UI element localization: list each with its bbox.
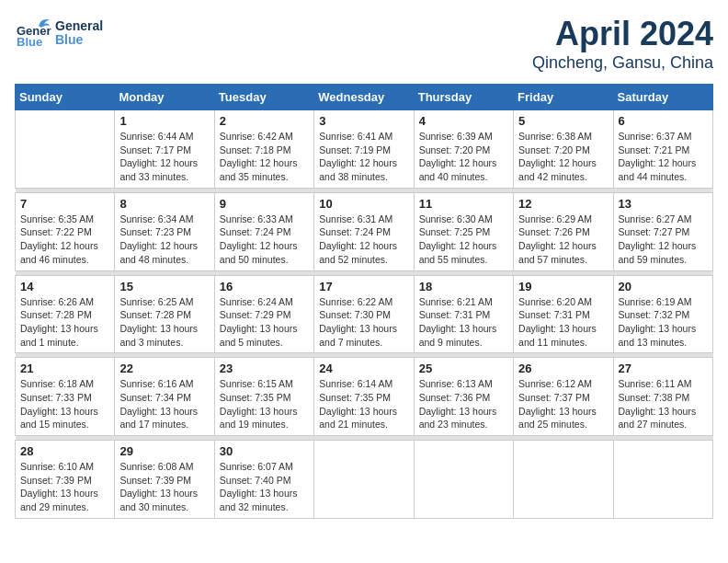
day-number: 12 xyxy=(518,197,608,211)
day-number: 4 xyxy=(419,114,508,128)
day-cell: 17Sunrise: 6:22 AM Sunset: 7:30 PM Dayli… xyxy=(314,275,414,353)
day-info: Sunrise: 6:18 AM Sunset: 7:33 PM Dayligh… xyxy=(20,377,109,431)
day-info: Sunrise: 6:11 AM Sunset: 7:38 PM Dayligh… xyxy=(619,377,708,431)
weekday-header: Monday xyxy=(115,85,214,110)
title-block: April 2024 Qincheng, Gansu, China xyxy=(532,15,713,73)
day-number: 25 xyxy=(419,362,508,375)
day-info: Sunrise: 6:12 AM Sunset: 7:37 PM Dayligh… xyxy=(518,377,608,431)
day-cell: 6Sunrise: 6:37 AM Sunset: 7:21 PM Daylig… xyxy=(613,110,712,189)
calendar-table: SundayMondayTuesdayWednesdayThursdayFrid… xyxy=(15,84,713,519)
day-info: Sunrise: 6:34 AM Sunset: 7:23 PM Dayligh… xyxy=(119,213,209,267)
week-row: 14Sunrise: 6:26 AM Sunset: 7:28 PM Dayli… xyxy=(16,275,713,353)
day-cell: 9Sunrise: 6:33 AM Sunset: 7:24 PM Daylig… xyxy=(214,192,313,270)
day-number: 18 xyxy=(419,280,508,293)
day-cell: 21Sunrise: 6:18 AM Sunset: 7:33 PM Dayli… xyxy=(16,358,115,436)
calendar-title: April 2024 xyxy=(532,15,713,53)
day-cell: 27Sunrise: 6:11 AM Sunset: 7:38 PM Dayli… xyxy=(613,358,712,436)
day-info: Sunrise: 6:13 AM Sunset: 7:36 PM Dayligh… xyxy=(419,377,508,431)
day-number: 8 xyxy=(119,197,209,211)
weekday-header: Friday xyxy=(514,85,613,110)
day-info: Sunrise: 6:31 AM Sunset: 7:24 PM Dayligh… xyxy=(319,213,408,267)
day-info: Sunrise: 6:21 AM Sunset: 7:31 PM Dayligh… xyxy=(419,295,508,350)
day-number: 6 xyxy=(619,114,708,128)
day-number: 22 xyxy=(119,362,209,375)
day-cell: 5Sunrise: 6:38 AM Sunset: 7:20 PM Daylig… xyxy=(514,110,613,189)
day-number: 16 xyxy=(220,280,309,293)
day-cell: 3Sunrise: 6:41 AM Sunset: 7:19 PM Daylig… xyxy=(314,110,414,189)
day-cell: 26Sunrise: 6:12 AM Sunset: 7:37 PM Dayli… xyxy=(514,358,613,436)
day-number: 23 xyxy=(220,362,309,375)
day-number: 14 xyxy=(20,280,109,293)
day-number: 30 xyxy=(220,444,309,458)
page-header: General Blue General Blue April 2024 Qin… xyxy=(15,15,713,73)
day-cell: 8Sunrise: 6:34 AM Sunset: 7:23 PM Daylig… xyxy=(115,192,214,270)
weekday-header: Thursday xyxy=(414,85,513,110)
day-info: Sunrise: 6:26 AM Sunset: 7:28 PM Dayligh… xyxy=(20,295,109,350)
day-cell: 23Sunrise: 6:15 AM Sunset: 7:35 PM Dayli… xyxy=(214,358,313,436)
day-info: Sunrise: 6:08 AM Sunset: 7:39 PM Dayligh… xyxy=(119,460,209,514)
day-cell: 29Sunrise: 6:08 AM Sunset: 7:39 PM Dayli… xyxy=(115,441,214,519)
calendar-subtitle: Qincheng, Gansu, China xyxy=(532,53,713,73)
day-number: 24 xyxy=(319,362,408,375)
day-cell: 13Sunrise: 6:27 AM Sunset: 7:27 PM Dayli… xyxy=(613,192,712,270)
day-info: Sunrise: 6:15 AM Sunset: 7:35 PM Dayligh… xyxy=(220,377,309,431)
day-info: Sunrise: 6:25 AM Sunset: 7:28 PM Dayligh… xyxy=(119,295,209,350)
day-cell: 30Sunrise: 6:07 AM Sunset: 7:40 PM Dayli… xyxy=(214,441,313,519)
day-info: Sunrise: 6:27 AM Sunset: 7:27 PM Dayligh… xyxy=(619,213,708,267)
day-number: 19 xyxy=(518,280,608,293)
day-cell: 10Sunrise: 6:31 AM Sunset: 7:24 PM Dayli… xyxy=(314,192,414,270)
day-cell: 16Sunrise: 6:24 AM Sunset: 7:29 PM Dayli… xyxy=(214,275,313,353)
day-number: 7 xyxy=(20,197,109,211)
logo-general-text: General xyxy=(55,19,103,33)
weekday-header: Wednesday xyxy=(314,85,414,110)
day-cell: 2Sunrise: 6:42 AM Sunset: 7:18 PM Daylig… xyxy=(214,110,313,189)
day-number: 17 xyxy=(319,280,408,293)
day-number: 2 xyxy=(220,114,309,128)
day-cell: 14Sunrise: 6:26 AM Sunset: 7:28 PM Dayli… xyxy=(16,275,115,353)
week-row: 7Sunrise: 6:35 AM Sunset: 7:22 PM Daylig… xyxy=(16,192,713,270)
day-info: Sunrise: 6:38 AM Sunset: 7:20 PM Dayligh… xyxy=(518,130,608,184)
weekday-header-row: SundayMondayTuesdayWednesdayThursdayFrid… xyxy=(16,85,713,110)
weekday-header: Saturday xyxy=(613,85,712,110)
day-number: 3 xyxy=(319,114,408,128)
day-number: 10 xyxy=(319,197,408,211)
logo-blue-text: Blue xyxy=(55,33,103,47)
week-row: 21Sunrise: 6:18 AM Sunset: 7:33 PM Dayli… xyxy=(16,358,713,436)
day-cell: 15Sunrise: 6:25 AM Sunset: 7:28 PM Dayli… xyxy=(115,275,214,353)
day-number: 29 xyxy=(119,444,209,458)
day-number: 26 xyxy=(518,362,608,375)
day-info: Sunrise: 6:33 AM Sunset: 7:24 PM Dayligh… xyxy=(220,213,309,267)
day-number: 21 xyxy=(20,362,109,375)
day-number: 11 xyxy=(419,197,508,211)
day-info: Sunrise: 6:29 AM Sunset: 7:26 PM Dayligh… xyxy=(518,213,608,267)
day-cell: 25Sunrise: 6:13 AM Sunset: 7:36 PM Dayli… xyxy=(414,358,513,436)
day-cell: 1Sunrise: 6:44 AM Sunset: 7:17 PM Daylig… xyxy=(115,110,214,189)
day-info: Sunrise: 6:39 AM Sunset: 7:20 PM Dayligh… xyxy=(419,130,508,184)
day-info: Sunrise: 6:30 AM Sunset: 7:25 PM Dayligh… xyxy=(419,213,508,267)
day-info: Sunrise: 6:24 AM Sunset: 7:29 PM Dayligh… xyxy=(220,295,309,350)
day-number: 20 xyxy=(619,280,708,293)
day-info: Sunrise: 6:20 AM Sunset: 7:31 PM Dayligh… xyxy=(518,295,608,350)
day-number: 5 xyxy=(518,114,608,128)
weekday-header: Sunday xyxy=(16,85,115,110)
day-info: Sunrise: 6:19 AM Sunset: 7:32 PM Dayligh… xyxy=(619,295,708,350)
day-number: 15 xyxy=(119,280,209,293)
day-number: 9 xyxy=(220,197,309,211)
day-info: Sunrise: 6:37 AM Sunset: 7:21 PM Dayligh… xyxy=(619,130,708,184)
week-row: 28Sunrise: 6:10 AM Sunset: 7:39 PM Dayli… xyxy=(16,441,713,519)
day-cell: 20Sunrise: 6:19 AM Sunset: 7:32 PM Dayli… xyxy=(613,275,712,353)
svg-text:Blue: Blue xyxy=(17,35,42,49)
day-info: Sunrise: 6:44 AM Sunset: 7:17 PM Dayligh… xyxy=(119,130,209,184)
day-info: Sunrise: 6:10 AM Sunset: 7:39 PM Dayligh… xyxy=(20,460,109,514)
day-cell: 28Sunrise: 6:10 AM Sunset: 7:39 PM Dayli… xyxy=(16,441,115,519)
day-cell: 4Sunrise: 6:39 AM Sunset: 7:20 PM Daylig… xyxy=(414,110,513,189)
day-cell xyxy=(16,110,115,189)
day-cell xyxy=(613,441,712,519)
day-cell xyxy=(414,441,513,519)
day-info: Sunrise: 6:35 AM Sunset: 7:22 PM Dayligh… xyxy=(20,213,109,267)
day-number: 28 xyxy=(20,444,109,458)
day-info: Sunrise: 6:14 AM Sunset: 7:35 PM Dayligh… xyxy=(319,377,408,431)
day-cell: 19Sunrise: 6:20 AM Sunset: 7:31 PM Dayli… xyxy=(514,275,613,353)
day-info: Sunrise: 6:22 AM Sunset: 7:30 PM Dayligh… xyxy=(319,295,408,350)
day-cell: 22Sunrise: 6:16 AM Sunset: 7:34 PM Dayli… xyxy=(115,358,214,436)
